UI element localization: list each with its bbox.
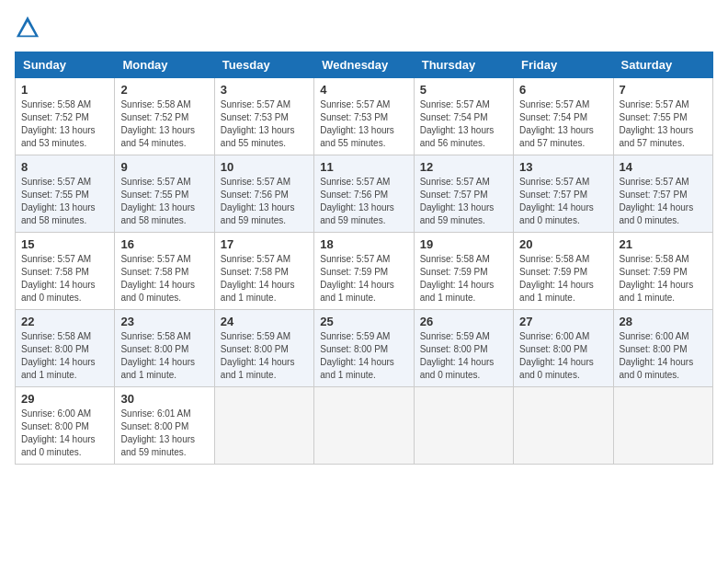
day-number: 21: [620, 237, 707, 251]
day-cell: 4Sunrise: 5:57 AM Sunset: 7:53 PM Daylig…: [314, 78, 414, 155]
day-number: 14: [620, 160, 707, 174]
day-info: Sunrise: 5:59 AM Sunset: 8:00 PM Dayligh…: [420, 330, 507, 382]
day-cell: 19Sunrise: 5:58 AM Sunset: 7:59 PM Dayli…: [414, 233, 513, 310]
day-info: Sunrise: 5:57 AM Sunset: 7:55 PM Dayligh…: [21, 176, 108, 227]
day-number: 29: [21, 392, 108, 406]
day-info: Sunrise: 5:57 AM Sunset: 7:54 PM Dayligh…: [420, 98, 507, 150]
column-headers-row: SundayMondayTuesdayWednesdayThursdayFrid…: [16, 52, 713, 78]
day-number: 16: [120, 237, 208, 251]
day-number: 27: [519, 315, 607, 328]
day-cell: 9Sunrise: 5:57 AM Sunset: 7:55 PM Daylig…: [115, 155, 214, 233]
col-header-friday: Friday: [514, 52, 613, 78]
day-cell: 3Sunrise: 5:57 AM Sunset: 7:53 PM Daylig…: [214, 78, 313, 155]
day-number: 26: [420, 315, 507, 328]
day-number: 9: [120, 160, 208, 174]
day-info: Sunrise: 5:58 AM Sunset: 7:59 PM Dayligh…: [620, 253, 707, 304]
day-cell: 30Sunrise: 6:01 AM Sunset: 8:00 PM Dayli…: [115, 387, 214, 465]
day-cell: [214, 387, 313, 465]
day-info: Sunrise: 5:57 AM Sunset: 7:57 PM Dayligh…: [519, 176, 607, 227]
day-cell: 28Sunrise: 6:00 AM Sunset: 8:00 PM Dayli…: [613, 310, 712, 387]
day-info: Sunrise: 5:57 AM Sunset: 7:53 PM Dayligh…: [221, 98, 308, 150]
day-info: Sunrise: 5:57 AM Sunset: 7:54 PM Dayligh…: [519, 98, 607, 150]
day-cell: [613, 387, 712, 465]
day-number: 1: [21, 83, 108, 97]
logo: [15, 15, 44, 40]
day-cell: 6Sunrise: 5:57 AM Sunset: 7:54 PM Daylig…: [514, 78, 613, 155]
day-cell: 10Sunrise: 5:57 AM Sunset: 7:56 PM Dayli…: [214, 155, 313, 233]
day-cell: 1Sunrise: 5:58 AM Sunset: 7:52 PM Daylig…: [16, 78, 115, 155]
day-info: Sunrise: 5:57 AM Sunset: 7:59 PM Dayligh…: [320, 253, 407, 304]
day-number: 5: [420, 83, 507, 97]
day-cell: 2Sunrise: 5:58 AM Sunset: 7:52 PM Daylig…: [115, 78, 214, 155]
day-info: Sunrise: 6:00 AM Sunset: 8:00 PM Dayligh…: [620, 330, 707, 382]
day-cell: [514, 387, 613, 465]
week-row-2: 8Sunrise: 5:57 AM Sunset: 7:55 PM Daylig…: [16, 155, 713, 233]
day-cell: 25Sunrise: 5:59 AM Sunset: 8:00 PM Dayli…: [314, 310, 414, 387]
day-info: Sunrise: 5:57 AM Sunset: 7:58 PM Dayligh…: [221, 253, 308, 304]
day-cell: 21Sunrise: 5:58 AM Sunset: 7:59 PM Dayli…: [613, 233, 712, 310]
day-number: 10: [221, 160, 308, 174]
day-cell: 14Sunrise: 5:57 AM Sunset: 7:57 PM Dayli…: [613, 155, 712, 233]
day-number: 7: [620, 83, 707, 97]
day-cell: 8Sunrise: 5:57 AM Sunset: 7:55 PM Daylig…: [16, 155, 115, 233]
day-cell: 22Sunrise: 5:58 AM Sunset: 8:00 PM Dayli…: [16, 310, 115, 387]
day-info: Sunrise: 5:59 AM Sunset: 8:00 PM Dayligh…: [320, 330, 407, 382]
col-header-thursday: Thursday: [414, 52, 513, 78]
day-info: Sunrise: 5:58 AM Sunset: 8:00 PM Dayligh…: [21, 330, 108, 382]
day-info: Sunrise: 5:57 AM Sunset: 7:55 PM Dayligh…: [120, 176, 208, 227]
col-header-wednesday: Wednesday: [314, 52, 414, 78]
day-number: 23: [120, 315, 208, 328]
day-info: Sunrise: 5:58 AM Sunset: 7:52 PM Dayligh…: [21, 98, 108, 150]
day-info: Sunrise: 5:57 AM Sunset: 7:57 PM Dayligh…: [620, 176, 707, 227]
day-number: 13: [519, 160, 607, 174]
day-info: Sunrise: 5:59 AM Sunset: 8:00 PM Dayligh…: [221, 330, 308, 382]
day-cell: 7Sunrise: 5:57 AM Sunset: 7:55 PM Daylig…: [613, 78, 712, 155]
day-number: 28: [620, 315, 707, 328]
col-header-tuesday: Tuesday: [214, 52, 313, 78]
day-number: 17: [221, 237, 308, 251]
day-number: 19: [420, 237, 507, 251]
day-cell: [414, 387, 513, 465]
day-cell: 15Sunrise: 5:57 AM Sunset: 7:58 PM Dayli…: [16, 233, 115, 310]
day-cell: 11Sunrise: 5:57 AM Sunset: 7:56 PM Dayli…: [314, 155, 414, 233]
day-info: Sunrise: 5:57 AM Sunset: 7:58 PM Dayligh…: [21, 253, 108, 304]
day-number: 6: [519, 83, 607, 97]
col-header-monday: Monday: [115, 52, 214, 78]
header: [15, 15, 713, 40]
day-cell: 26Sunrise: 5:59 AM Sunset: 8:00 PM Dayli…: [414, 310, 513, 387]
day-number: 8: [21, 160, 108, 174]
day-number: 30: [120, 392, 208, 406]
day-cell: 16Sunrise: 5:57 AM Sunset: 7:58 PM Dayli…: [115, 233, 214, 310]
week-row-5: 29Sunrise: 6:00 AM Sunset: 8:00 PM Dayli…: [16, 387, 713, 465]
day-number: 22: [21, 315, 108, 328]
week-row-3: 15Sunrise: 5:57 AM Sunset: 7:58 PM Dayli…: [16, 233, 713, 310]
day-info: Sunrise: 5:57 AM Sunset: 7:56 PM Dayligh…: [320, 176, 407, 227]
col-header-saturday: Saturday: [613, 52, 712, 78]
day-number: 12: [420, 160, 507, 174]
day-cell: 27Sunrise: 6:00 AM Sunset: 8:00 PM Dayli…: [514, 310, 613, 387]
day-cell: [314, 387, 414, 465]
day-info: Sunrise: 6:00 AM Sunset: 8:00 PM Dayligh…: [519, 330, 607, 382]
day-info: Sunrise: 5:58 AM Sunset: 7:59 PM Dayligh…: [519, 253, 607, 304]
day-number: 24: [221, 315, 308, 328]
day-info: Sunrise: 5:58 AM Sunset: 8:00 PM Dayligh…: [120, 330, 208, 382]
day-info: Sunrise: 6:01 AM Sunset: 8:00 PM Dayligh…: [120, 408, 208, 459]
calendar-body: 1Sunrise: 5:58 AM Sunset: 7:52 PM Daylig…: [16, 78, 713, 465]
col-header-sunday: Sunday: [16, 52, 115, 78]
day-number: 3: [221, 83, 308, 97]
day-cell: 29Sunrise: 6:00 AM Sunset: 8:00 PM Dayli…: [16, 387, 115, 465]
day-cell: 5Sunrise: 5:57 AM Sunset: 7:54 PM Daylig…: [414, 78, 513, 155]
day-info: Sunrise: 5:57 AM Sunset: 7:57 PM Dayligh…: [420, 176, 507, 227]
week-row-1: 1Sunrise: 5:58 AM Sunset: 7:52 PM Daylig…: [16, 78, 713, 155]
day-number: 11: [320, 160, 407, 174]
day-cell: 12Sunrise: 5:57 AM Sunset: 7:57 PM Dayli…: [414, 155, 513, 233]
day-number: 18: [320, 237, 407, 251]
day-info: Sunrise: 5:58 AM Sunset: 7:52 PM Dayligh…: [120, 98, 208, 150]
day-cell: 13Sunrise: 5:57 AM Sunset: 7:57 PM Dayli…: [514, 155, 613, 233]
day-number: 20: [519, 237, 607, 251]
day-info: Sunrise: 5:57 AM Sunset: 7:55 PM Dayligh…: [620, 98, 707, 150]
day-info: Sunrise: 5:58 AM Sunset: 7:59 PM Dayligh…: [420, 253, 507, 304]
day-number: 25: [320, 315, 407, 328]
day-info: Sunrise: 5:57 AM Sunset: 7:53 PM Dayligh…: [320, 98, 407, 150]
day-cell: 23Sunrise: 5:58 AM Sunset: 8:00 PM Dayli…: [115, 310, 214, 387]
